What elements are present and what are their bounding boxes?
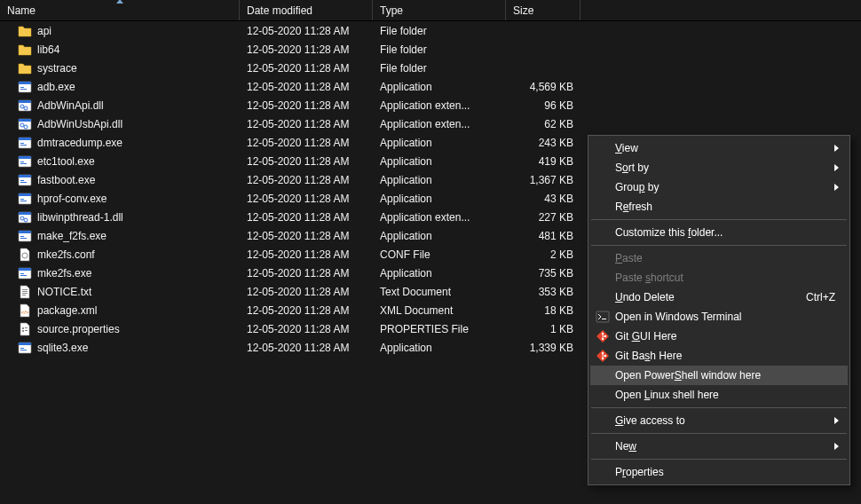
column-header-type-label: Type — [380, 4, 403, 17]
file-name-label: fastboot.exe — [37, 174, 95, 186]
file-name-label: make_f2fs.exe — [37, 230, 107, 242]
file-name-label: AdbWinUsbApi.dll — [37, 118, 122, 130]
submenu-arrow-icon — [834, 164, 839, 171]
file-size-cell: 481 KB — [506, 230, 581, 242]
folder-icon — [18, 61, 32, 75]
file-type-cell: PROPERTIES File — [373, 323, 506, 335]
folder-icon — [18, 43, 32, 57]
file-row[interactable]: systrace12-05-2020 11:28 AMFile folder — [0, 59, 861, 77]
file-date-cell: 12-05-2020 11:28 AM — [240, 81, 373, 93]
ctx-git-gui[interactable]: Git GUI Here — [590, 327, 848, 346]
file-row[interactable]: AdbWinApi.dll12-05-2020 11:28 AMApplicat… — [0, 96, 861, 114]
ctx-give-access[interactable]: Give access to — [590, 411, 848, 430]
file-name-label: hprof-conv.exe — [37, 193, 107, 205]
exe-icon — [18, 341, 32, 355]
file-size-cell: 18 KB — [506, 304, 581, 317]
column-header-date[interactable]: Date modified — [240, 0, 373, 20]
file-type-cell: Text Document — [373, 286, 506, 298]
file-date-cell: 12-05-2020 11:28 AM — [240, 267, 373, 280]
submenu-arrow-icon — [834, 417, 839, 424]
file-name-label: AdbWinApi.dll — [37, 99, 104, 112]
file-name-cell: source.properties — [0, 322, 240, 336]
file-date-cell: 12-05-2020 11:28 AM — [240, 155, 373, 168]
exe-icon — [18, 80, 32, 94]
ctx-separator — [591, 219, 847, 220]
column-header-size-label: Size — [513, 4, 533, 17]
xml-icon — [18, 303, 32, 318]
file-name-label: NOTICE.txt — [37, 286, 91, 298]
file-type-cell: Application — [373, 137, 506, 149]
ctx-open-linux[interactable]: Open Linux shell here — [590, 385, 848, 405]
file-type-cell: File folder — [373, 25, 506, 37]
submenu-arrow-icon — [834, 145, 839, 152]
column-header-name[interactable]: Name — [0, 0, 240, 20]
file-row[interactable]: adb.exe12-05-2020 11:28 AMApplication4,5… — [0, 77, 861, 96]
props-icon — [18, 322, 32, 336]
file-date-cell: 12-05-2020 11:28 AM — [240, 304, 373, 317]
file-row[interactable]: api12-05-2020 11:28 AMFile folder — [0, 21, 861, 40]
file-name-label: libwinpthread-1.dll — [37, 211, 123, 224]
file-name-cell: lib64 — [0, 43, 240, 57]
file-name-cell: AdbWinApi.dll — [0, 98, 240, 113]
file-name-cell: mke2fs.exe — [0, 266, 240, 280]
ctx-view[interactable]: View — [590, 138, 848, 158]
ctx-git-bash[interactable]: Git Bash Here — [590, 346, 848, 366]
file-size-cell: 62 KB — [506, 118, 581, 130]
file-name-label: systrace — [37, 62, 77, 75]
file-name-cell: dmtracedump.exe — [0, 136, 240, 150]
folder-icon — [18, 24, 32, 38]
ctx-open-terminal[interactable]: Open in Windows Terminal — [590, 307, 848, 327]
ctx-separator — [591, 459, 847, 460]
ctx-undo-delete[interactable]: Undo DeleteCtrl+Z — [590, 287, 848, 307]
file-type-cell: File folder — [373, 43, 506, 56]
file-date-cell: 12-05-2020 11:28 AM — [240, 25, 373, 37]
file-name-cell: hprof-conv.exe — [0, 192, 240, 206]
file-row[interactable]: lib6412-05-2020 11:28 AMFile folder — [0, 40, 861, 59]
file-date-cell: 12-05-2020 11:28 AM — [240, 99, 373, 112]
file-size-cell: 243 KB — [506, 137, 581, 149]
ctx-new[interactable]: New — [590, 437, 848, 456]
file-size-cell: 353 KB — [506, 286, 581, 298]
ctx-separator — [591, 245, 847, 246]
exe-icon — [18, 136, 32, 150]
file-name-cell: libwinpthread-1.dll — [0, 210, 240, 224]
file-name-label: mke2fs.conf — [37, 248, 95, 261]
file-size-cell: 1,367 KB — [506, 174, 581, 186]
file-name-cell: adb.exe — [0, 80, 240, 94]
file-size-cell: 2 KB — [506, 248, 581, 261]
file-type-cell: CONF File — [373, 248, 506, 261]
exe-icon — [18, 229, 32, 243]
file-date-cell: 12-05-2020 11:28 AM — [240, 286, 373, 298]
file-type-cell: Application exten... — [373, 118, 506, 130]
file-name-cell: package.xml — [0, 303, 240, 318]
dll-icon — [18, 117, 32, 131]
ctx-refresh[interactable]: Refresh — [590, 197, 848, 217]
ctx-properties[interactable]: Properties — [590, 462, 848, 482]
file-date-cell: 12-05-2020 11:28 AM — [240, 193, 373, 205]
file-date-cell: 12-05-2020 11:28 AM — [240, 342, 373, 354]
txt-icon — [18, 285, 32, 299]
ctx-customize[interactable]: Customize this folder... — [590, 223, 848, 242]
file-name-cell: mke2fs.conf — [0, 248, 240, 262]
file-row[interactable]: AdbWinUsbApi.dll12-05-2020 11:28 AMAppli… — [0, 114, 861, 133]
file-name-cell: make_f2fs.exe — [0, 229, 240, 243]
file-date-cell: 12-05-2020 11:28 AM — [240, 62, 373, 75]
ctx-group-by[interactable]: Group by — [590, 177, 848, 197]
ctx-sort-by[interactable]: Sort by — [590, 158, 848, 177]
ctx-open-powershell[interactable]: Open PowerShell window here — [590, 366, 848, 385]
file-date-cell: 12-05-2020 11:28 AM — [240, 174, 373, 186]
file-type-cell: Application exten... — [373, 211, 506, 224]
file-name-cell: NOTICE.txt — [0, 285, 240, 299]
file-type-cell: Application — [373, 342, 506, 354]
file-type-cell: Application — [373, 81, 506, 93]
exe-icon — [18, 266, 32, 280]
file-size-cell: 1 KB — [506, 323, 581, 335]
column-header-type[interactable]: Type — [373, 0, 506, 20]
file-name-cell: fastboot.exe — [0, 173, 240, 187]
file-type-cell: Application — [373, 230, 506, 242]
file-date-cell: 12-05-2020 11:28 AM — [240, 137, 373, 149]
file-name-label: sqlite3.exe — [37, 342, 88, 354]
file-size-cell: 419 KB — [506, 155, 581, 168]
column-header-size[interactable]: Size — [506, 0, 581, 20]
terminal-icon — [596, 310, 610, 324]
